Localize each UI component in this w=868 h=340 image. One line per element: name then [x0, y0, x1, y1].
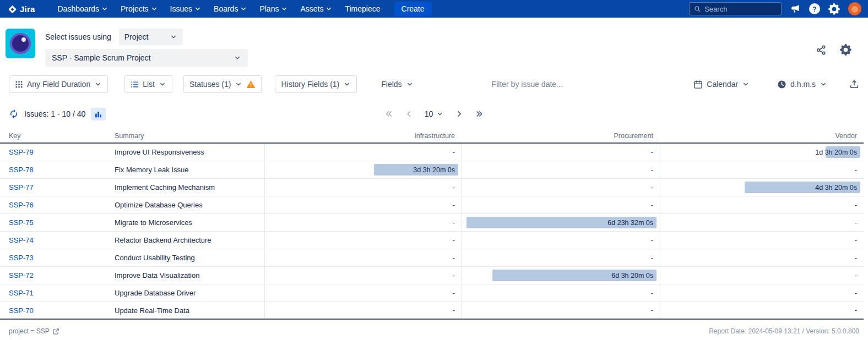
view-mode-button[interactable]: List [124, 75, 172, 93]
key-cell: SSP-73 [0, 249, 115, 266]
first-page-button[interactable] [385, 109, 394, 118]
column-header-vendor[interactable]: Vendor [660, 132, 864, 140]
key-cell: SSP-79 [0, 144, 115, 161]
share-button[interactable] [816, 45, 827, 58]
duration-field-button[interactable]: Any Field Duration [9, 75, 108, 93]
chevron-down-icon [436, 110, 443, 118]
key-cell: SSP-78 [0, 161, 115, 178]
duration-cell-procurement: 6d 23h 32m 0s [462, 214, 660, 231]
issue-source-mode-select[interactable]: Project [119, 29, 183, 45]
nav-item-label: Dashboards [58, 4, 100, 13]
statuses-filter-button[interactable]: Statuses (1) [183, 75, 262, 93]
project-select-value: SSP - Sample Scrum Project [52, 53, 150, 62]
calendar-type-button[interactable]: Calendar [688, 75, 755, 93]
calendar-icon [693, 80, 703, 89]
table-row: SSP-77 Implement Caching Mechanism - - 4… [0, 179, 864, 196]
duration-value: - [855, 289, 857, 297]
user-avatar[interactable] [848, 2, 861, 15]
duration-cell-infrastructure: 3d 3h 20m 0s [264, 161, 462, 178]
duration-value: - [453, 184, 455, 191]
settings-button[interactable] [828, 3, 840, 15]
next-page-button[interactable] [454, 109, 463, 118]
search-icon [694, 5, 701, 13]
issue-key-link[interactable]: SSP-76 [9, 201, 34, 209]
gear-icon [828, 3, 840, 15]
nav-item-timepiece[interactable]: Timepiece [339, 0, 386, 18]
nav-item-issues[interactable]: Issues [164, 0, 208, 18]
time-format-button[interactable]: d.h.m.s [772, 75, 833, 93]
export-button[interactable] [849, 75, 859, 93]
search-input[interactable] [704, 5, 777, 13]
toolbar-right: Calendar d.h.m.s [688, 75, 859, 93]
key-cell: SSP-75 [0, 214, 115, 231]
issue-key-link[interactable]: SSP-70 [9, 306, 34, 315]
fields-button[interactable]: Fields [376, 75, 419, 93]
column-header-key[interactable]: Key [0, 132, 115, 140]
issue-key-link[interactable]: SSP-72 [9, 271, 34, 279]
project-select[interactable]: SSP - Sample Scrum Project [45, 49, 248, 67]
duration-cell-vendor: - [660, 284, 864, 301]
last-page-button[interactable] [474, 109, 483, 118]
nav-item-dashboards[interactable]: Dashboards [52, 0, 115, 18]
page-size-select[interactable]: 10 [425, 109, 444, 118]
issue-date-filter-input[interactable] [492, 80, 635, 89]
duration-value: - [651, 166, 653, 174]
column-header-summary[interactable]: Summary [115, 132, 264, 140]
app-header: Select issues using Project SSP - Sample… [0, 18, 868, 71]
chart-view-button[interactable] [91, 108, 106, 120]
table-row: SSP-71 Upgrade Database Driver - - - [0, 284, 864, 302]
jql-query-link[interactable]: project = SSP [9, 327, 59, 335]
history-fields-label: History Fields (1) [281, 80, 339, 89]
nav-item-plans[interactable]: Plans [253, 0, 294, 18]
duration-cell-vendor: - [660, 161, 864, 178]
refresh-button[interactable] [9, 109, 19, 119]
table-row: SSP-79 Improve UI Responsiveness - - 1d … [0, 144, 864, 161]
issue-key-link[interactable]: SSP-75 [9, 218, 34, 227]
duration-value: - [651, 201, 653, 209]
duration-cell-infrastructure: - [264, 214, 462, 231]
duration-cell-procurement: - [462, 144, 660, 161]
issue-key-link[interactable]: SSP-71 [9, 289, 34, 297]
nav-item-projects[interactable]: Projects [115, 0, 164, 18]
issue-summary: Refactor Backend Architecture [115, 232, 264, 249]
gear-icon [840, 44, 851, 56]
issue-key-link[interactable]: SSP-77 [9, 183, 34, 191]
nav-search[interactable] [689, 2, 782, 15]
pagination-bar: Issues: 1 - 10 / 40 10 [0, 104, 868, 124]
issue-key-link[interactable]: SSP-78 [9, 166, 34, 174]
duration-value: 6d 23h 32m 0s [607, 219, 653, 227]
nav-item-assets[interactable]: Assets [294, 0, 339, 18]
duration-value: - [855, 201, 857, 209]
duration-cell-vendor: - [660, 214, 864, 231]
column-header-infrastructure[interactable]: Infrastructure [264, 132, 462, 140]
previous-page-button[interactable] [405, 109, 414, 118]
jira-home-link[interactable]: Jira [8, 4, 35, 14]
duration-cell-infrastructure: - [264, 179, 462, 196]
history-fields-button[interactable]: History Fields (1) [275, 75, 357, 93]
issue-key-link[interactable]: SSP-74 [9, 236, 34, 244]
chevron-down-icon [280, 5, 288, 13]
duration-cell-infrastructure: - [264, 284, 462, 301]
jira-brand-text: Jira [20, 4, 35, 14]
issue-key-link[interactable]: SSP-73 [9, 254, 34, 262]
nav-item-boards[interactable]: Boards [208, 0, 253, 18]
export-icon [849, 79, 859, 89]
app-logo-lens-icon [10, 33, 31, 54]
view-mode-label: List [143, 80, 155, 89]
help-button[interactable]: ? [809, 3, 820, 14]
duration-cell-infrastructure: - [264, 144, 462, 161]
chevron-down-icon [94, 80, 102, 88]
grid-icon [15, 80, 23, 89]
table-row: SSP-78 Fix Memory Leak Issue 3d 3h 20m 0… [0, 161, 864, 179]
duration-value: - [651, 184, 653, 191]
report-settings-button[interactable] [840, 44, 851, 58]
issue-key-link[interactable]: SSP-79 [9, 148, 34, 156]
announcements-button[interactable] [790, 3, 801, 14]
duration-cell-procurement: - [462, 232, 660, 249]
duration-cell-procurement: - [462, 284, 660, 301]
issue-summary: Conduct Usability Testing [115, 249, 264, 266]
duration-value: - [651, 289, 653, 297]
create-button[interactable]: Create [394, 2, 432, 16]
column-header-procurement[interactable]: Procurement [462, 132, 660, 140]
double-chevron-right-icon [474, 109, 483, 118]
